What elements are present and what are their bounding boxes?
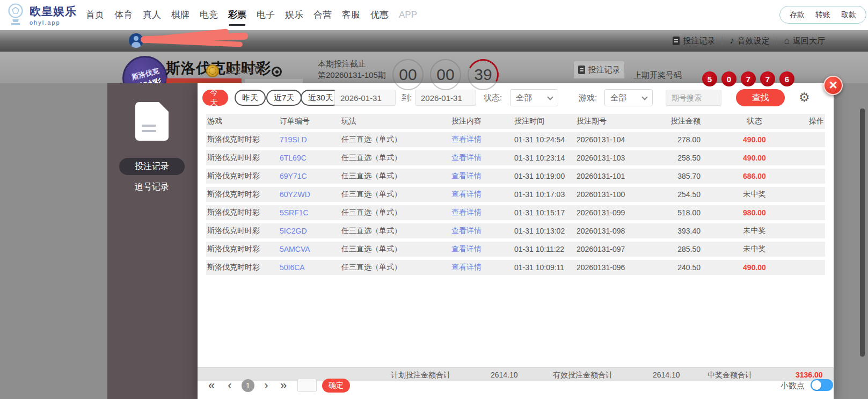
table-row: 斯洛伐克时时彩 6TL69C 任三直选（单式） 查看详情 01-31 10:23… — [206, 150, 825, 165]
cell-amount: 258.50 — [668, 154, 722, 162]
draw-number-ball: 7 — [760, 71, 775, 86]
order-number-link[interactable]: 69Y71C — [280, 172, 307, 180]
cell-amount: 393.40 — [668, 227, 722, 235]
first-page-button[interactable]: « — [205, 379, 218, 393]
back-to-lobby-link[interactable]: ⌂ 返回大厅 — [784, 35, 825, 46]
eye-toggle-icon[interactable] — [272, 67, 282, 77]
deadline-label: 本期投注截止 — [318, 58, 386, 69]
cell-amount: 240.50 — [668, 263, 722, 272]
sound-settings-link[interactable]: ♪ 音效设定 — [730, 35, 770, 46]
view-details-link[interactable]: 查看详情 — [451, 153, 482, 162]
period-search-input[interactable] — [666, 90, 721, 106]
table-row: 斯洛伐克时时彩 719SLD 任三直选（单式） 查看详情 01-31 10:24… — [206, 132, 825, 147]
brand-name: 欧皇娱乐 — [30, 4, 77, 19]
table-row: 斯洛伐克时时彩 5IC2GD 任三直选（单式） 查看详情 01-31 10:13… — [206, 223, 825, 238]
close-modal-button[interactable]: × — [823, 76, 843, 95]
order-number-link[interactable]: 60YZWD — [280, 190, 310, 199]
filter-yesterday-button[interactable]: 昨天 — [235, 90, 266, 106]
cell-play-type: 任三直选（单式） — [340, 263, 450, 272]
table-row: 斯洛伐克时时彩 69Y71C 任三直选（单式） 查看详情 01-31 10:19… — [206, 169, 825, 184]
nav-item[interactable]: 电子 — [257, 0, 275, 30]
nav-item[interactable]: 彩票 — [228, 0, 246, 30]
cell-period: 20260131-104 — [575, 135, 668, 144]
page-jump-input[interactable] — [297, 379, 317, 392]
game-label: 游戏: — [579, 93, 597, 103]
bet-records-modal: 今天 昨天 近7天 近30天 到: 状态: 全部 游戏: 全部 查找 ⚙ 游戏 … — [198, 83, 834, 399]
nav-item[interactable]: 合营 — [313, 0, 332, 30]
cell-period: 20260131-099 — [575, 208, 668, 217]
countdown: 00 00 39 — [392, 59, 499, 90]
nav-item[interactable]: 首页 — [86, 0, 104, 30]
status-badge: 490.00 — [743, 154, 766, 162]
filter-today-button[interactable]: 今天 — [202, 90, 228, 106]
cell-game: 斯洛伐克时时彩 — [206, 171, 279, 181]
order-number-link[interactable]: 6TL69C — [280, 154, 307, 162]
sidebar-item-chase-records[interactable]: 追号记录 — [119, 178, 185, 195]
cell-play-type: 任三直选（单式） — [340, 208, 450, 217]
gear-icon[interactable]: ⚙ — [799, 90, 810, 105]
brand-logo[interactable]: 欧皇娱乐 ohyl.app — [5, 3, 77, 26]
date-from-input[interactable] — [334, 90, 396, 106]
cell-game: 斯洛伐克时时彩 — [206, 190, 279, 199]
nav-item[interactable]: 真人 — [143, 0, 161, 30]
last-page-button[interactable]: » — [277, 379, 290, 393]
status-select[interactable]: 全部 — [510, 89, 558, 106]
view-details-link[interactable]: 查看详情 — [451, 263, 482, 271]
search-button[interactable]: 查找 — [736, 89, 785, 106]
prev-page-button[interactable]: ‹ — [225, 379, 234, 393]
cell-game: 斯洛伐克时时彩 — [206, 153, 279, 163]
view-details-link[interactable]: 查看详情 — [451, 135, 482, 143]
cell-bet-time: 01-31 10:13:02 — [513, 227, 575, 235]
scrollbar-thumb[interactable] — [860, 108, 865, 357]
nav-item[interactable]: 电竞 — [200, 0, 218, 30]
page: 欧皇娱乐 ohyl.app 首页 体育 真人 棋牌 电竞 彩票 电子 娱乐 — [0, 0, 868, 399]
draw-number-ball: 0 — [721, 71, 736, 86]
header-bet-records-button[interactable]: 投注记录 — [573, 61, 625, 79]
wallet-button[interactable]: 存款 — [790, 10, 805, 20]
current-page-badge: 1 — [242, 379, 254, 392]
wallet-pill: 存款转账取款 — [779, 6, 866, 24]
cell-bet-time: 01-31 10:15:17 — [513, 208, 575, 217]
view-details-link[interactable]: 查看详情 — [451, 208, 482, 216]
chevron-down-icon — [641, 94, 647, 100]
records-table: 游戏 订单编号 玩法 投注内容 投注时间 投注期号 投注金额 状态 操作 斯洛伐… — [206, 114, 825, 278]
draw-number-ball: 7 — [741, 71, 756, 86]
wallet-button[interactable]: 转账 — [815, 10, 830, 20]
view-details-link[interactable]: 查看详情 — [451, 171, 482, 180]
cell-amount: 385.70 — [668, 172, 722, 180]
bet-records-link[interactable]: 投注记录 — [673, 36, 715, 46]
last-draw-label: 上期开奖号码 — [633, 70, 682, 81]
decimal-toggle[interactable] — [811, 379, 833, 391]
cell-period: 20260131-096 — [575, 263, 668, 272]
filter-last7days-button[interactable]: 近7天 — [266, 90, 302, 106]
nav-item[interactable]: 棋牌 — [171, 0, 189, 30]
order-number-link[interactable]: 5SRF1C — [280, 208, 309, 217]
cell-amount: 254.50 — [668, 190, 722, 199]
next-page-button[interactable]: › — [262, 379, 271, 393]
cell-play-type: 任三直选（单式） — [340, 226, 450, 236]
game-select[interactable]: 全部 — [604, 89, 653, 106]
nav-item[interactable]: 体育 — [114, 0, 133, 30]
view-details-link[interactable]: 查看详情 — [451, 226, 482, 235]
page-jump-confirm-button[interactable]: 确定 — [322, 379, 350, 393]
nav-item[interactable]: 娱乐 — [285, 0, 303, 30]
order-number-link[interactable]: 5IC2GD — [280, 227, 307, 235]
wallet-button[interactable]: 取款 — [841, 10, 856, 20]
order-number-link[interactable]: 50I6CA — [280, 263, 305, 272]
view-details-link[interactable]: 查看详情 — [451, 190, 482, 198]
nav-item[interactable]: APP — [399, 0, 417, 30]
refresh-balance-icon[interactable]: ↻ — [253, 63, 263, 76]
view-details-link[interactable]: 查看详情 — [451, 244, 482, 253]
sidebar-item-bet-records[interactable]: 投注记录 — [119, 158, 185, 175]
order-number-link[interactable]: 719SLD — [280, 135, 307, 144]
nav-item[interactable]: 优惠 — [370, 0, 389, 30]
nav-item[interactable]: 客服 — [342, 0, 360, 30]
document-icon — [673, 37, 680, 45]
cell-bet-time: 01-31 10:09:11 — [513, 263, 575, 272]
cell-bet-time: 01-31 10:19:00 — [513, 172, 575, 180]
date-to-input[interactable] — [415, 90, 476, 106]
cell-bet-time: 01-31 10:24:54 — [513, 135, 575, 144]
top-nav: 欧皇娱乐 ohyl.app 首页 体育 真人 棋牌 电竞 彩票 电子 娱乐 — [0, 0, 868, 30]
cell-game: 斯洛伐克时时彩 — [206, 135, 279, 144]
order-number-link[interactable]: 5AMCVA — [280, 245, 310, 253]
